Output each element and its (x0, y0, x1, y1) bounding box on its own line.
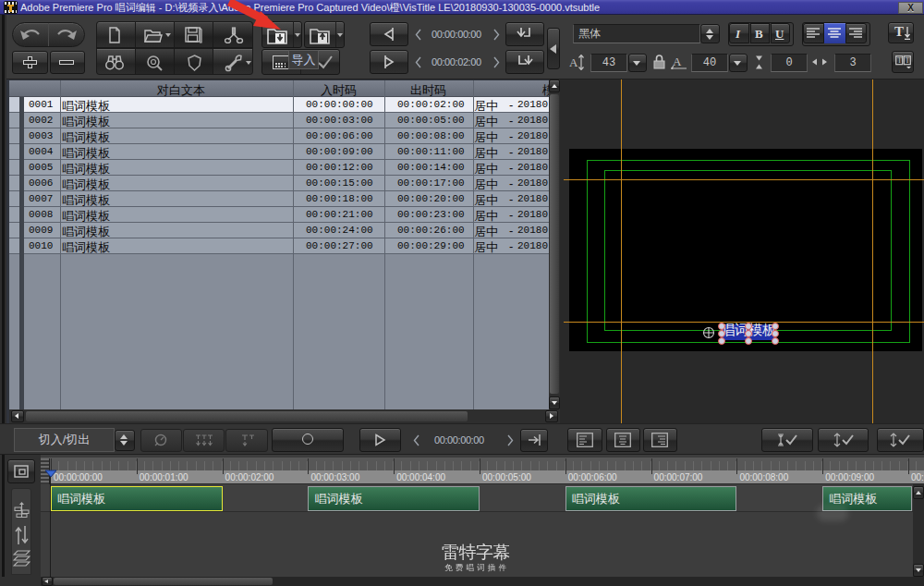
svg-text:T: T (897, 56, 902, 65)
svg-text:T: T (906, 56, 910, 65)
svg-text:A: A (673, 55, 682, 68)
svg-text:A: A (569, 55, 578, 69)
